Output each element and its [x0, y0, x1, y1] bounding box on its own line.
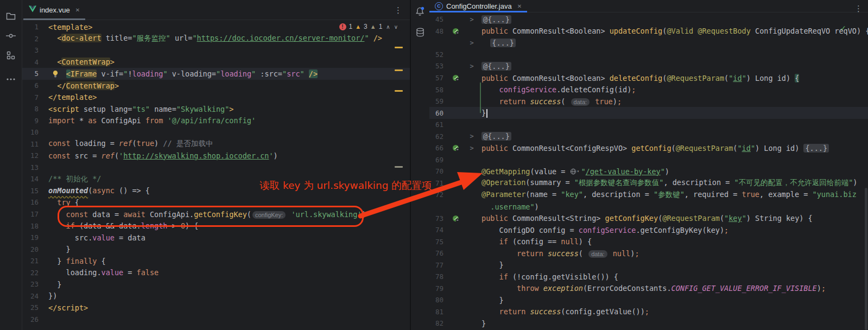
code-line: 8<script setup lang="ts" name="Skywalkin…	[22, 103, 410, 115]
code-line: 19 src.value = data	[22, 232, 410, 244]
warning-stripe-mark[interactable]	[395, 47, 403, 48]
code-line: 24})	[22, 290, 410, 302]
line-number: 66	[429, 144, 443, 152]
warning-icon: ▲	[355, 23, 361, 30]
close-tab-icon[interactable]: ✕	[517, 3, 522, 9]
line-number: 58	[429, 86, 443, 94]
code-line: 16 try {	[22, 196, 410, 208]
code-line: 21 } finally {	[22, 255, 410, 267]
line-number: 18	[22, 222, 47, 230]
right-editor-window: C ConfigController.java ✕ ⋮ ✓ 45>@{...}4…	[429, 0, 868, 330]
tab-label: index.vue	[40, 6, 70, 14]
left-editor-window: index.vue ✕ ⋮ 1<template>2 <doc-alert ti…	[22, 0, 410, 330]
line-number: 69	[429, 156, 443, 164]
line-number: 82	[429, 319, 443, 327]
vertical-scrollbar[interactable]	[865, 188, 867, 330]
line-number: 80	[429, 296, 443, 304]
notifications-bell-icon[interactable]	[411, 4, 429, 18]
project-folder-icon[interactable]	[0, 9, 22, 24]
line-number: 77	[429, 261, 443, 269]
request-mapping-gutter-icon[interactable]	[443, 74, 467, 81]
code-line: 66>public CommonResult<ConfigRespVO> get…	[429, 142, 868, 154]
tab-configcontroller-java[interactable]: C ConfigController.java ✕	[429, 0, 527, 12]
request-mapping-gutter-icon[interactable]	[443, 144, 467, 151]
vue-file-icon	[29, 5, 36, 15]
line-number: 45	[429, 15, 443, 23]
line-number: 1	[22, 23, 47, 31]
code-line: 45>@{...}	[429, 14, 868, 26]
error-icon: !	[339, 23, 346, 30]
line-number: 78	[429, 272, 443, 281]
fold-arrow-icon[interactable]: >	[467, 39, 476, 47]
line-number: 8	[22, 105, 47, 113]
close-tab-icon[interactable]: ✕	[75, 7, 80, 13]
database-icon[interactable]	[411, 25, 429, 39]
right-tab-bar: C ConfigController.java ✕ ⋮	[429, 0, 868, 12]
brace-scope-guide	[480, 82, 481, 113]
weak-warning-icon: ▲	[370, 23, 376, 30]
line-number: 57	[429, 74, 443, 82]
fold-arrow-icon[interactable]: >	[467, 144, 476, 152]
tab-label: ConfigController.java	[446, 2, 512, 10]
line-number: 53	[429, 62, 443, 70]
java-class-icon: C	[435, 2, 443, 10]
code-line: 71@Operation(summary = "根据参数键名查询参数值", de…	[429, 177, 868, 189]
request-mapping-gutter-icon[interactable]	[443, 215, 467, 222]
weak-warning-stripe-mark[interactable]	[395, 166, 403, 168]
fold-arrow-icon[interactable]: >	[467, 16, 476, 23]
annotation-text: 读取 key 为 url.skywalking 的配置项	[259, 179, 432, 192]
request-mapping-gutter-icon[interactable]	[443, 28, 467, 35]
warning-count: 3	[364, 23, 368, 30]
line-number: 70	[429, 167, 443, 175]
java-editor: 45>@{...}48public CommonResult<Boolean> …	[429, 12, 868, 330]
editor-options-kebab-icon[interactable]: ⋮	[854, 4, 863, 12]
text-caret	[486, 109, 487, 118]
line-number: 2	[22, 35, 47, 43]
line-number: 75	[429, 238, 443, 246]
fold-arrow-icon[interactable]: >	[467, 132, 476, 140]
code-line: 20 }	[22, 243, 410, 255]
line-number: 13	[22, 163, 47, 172]
url-globe-icon[interactable]: ▾	[570, 168, 580, 175]
error-count: 1	[349, 23, 353, 30]
code-line: 57public CommonResult<Boolean> deleteCon…	[429, 72, 868, 84]
code-line: 74 ConfigDO config = configService.getCo…	[429, 224, 868, 236]
fold-arrow-icon[interactable]: >	[467, 62, 476, 70]
code-line: .username")	[429, 201, 868, 213]
editor-options-kebab-icon[interactable]: ⋮	[394, 6, 402, 14]
commit-icon[interactable]	[0, 28, 22, 43]
next-problem-icon[interactable]: ∨	[394, 24, 398, 30]
line-number: 62	[429, 132, 443, 141]
ide-split-view: index.vue ✕ ⋮ 1<template>2 <doc-alert ti…	[0, 0, 868, 330]
code-line: 77 }	[429, 259, 868, 271]
code-line: > {...}	[429, 37, 868, 49]
code-line: 48public CommonResult<Boolean> updateCon…	[429, 26, 868, 37]
inspections-widget[interactable]: ! 1 ▲ 3 ▲ 1 ∧ ∨	[336, 22, 402, 31]
code-line: 58 configService.deleteConfig(id);	[429, 84, 868, 96]
code-line: 26	[22, 314, 410, 326]
warning-stripe-mark[interactable]	[395, 90, 403, 92]
line-number: 10	[22, 128, 47, 136]
code-line: 53>@{...}	[429, 60, 868, 72]
structure-icon[interactable]	[0, 48, 22, 63]
tab-index-vue[interactable]: index.vue ✕	[23, 0, 85, 20]
line-number: 73	[429, 214, 443, 223]
code-line: 25</script>	[22, 302, 410, 314]
previous-problem-icon[interactable]: ∧	[386, 24, 390, 30]
code-line: 60}	[429, 107, 868, 119]
line-number: 48	[429, 27, 443, 35]
code-line: 70@GetMapping(value = ▾"/get-value-by-ke…	[429, 166, 868, 177]
line-number: 22	[22, 269, 47, 277]
more-tool-windows-icon[interactable]	[0, 72, 22, 87]
code-line: 78 if (!config.getVisible()) {	[429, 271, 868, 283]
code-line: 4 <ContentWrap>	[22, 56, 410, 68]
code-line: 62>@{...}	[429, 130, 868, 142]
code-line: 73public CommonResult<String> getConfigK…	[429, 212, 868, 224]
code-line: 79 throw exception(ErrorCodeConstants.CO…	[429, 283, 868, 295]
line-number: 52	[429, 50, 443, 59]
line-number: 17	[22, 210, 47, 218]
weak-warning-count: 1	[379, 23, 383, 30]
line-number: 11	[22, 140, 47, 148]
warning-stripe-mark[interactable]	[395, 69, 403, 71]
line-number: 14	[22, 175, 47, 183]
